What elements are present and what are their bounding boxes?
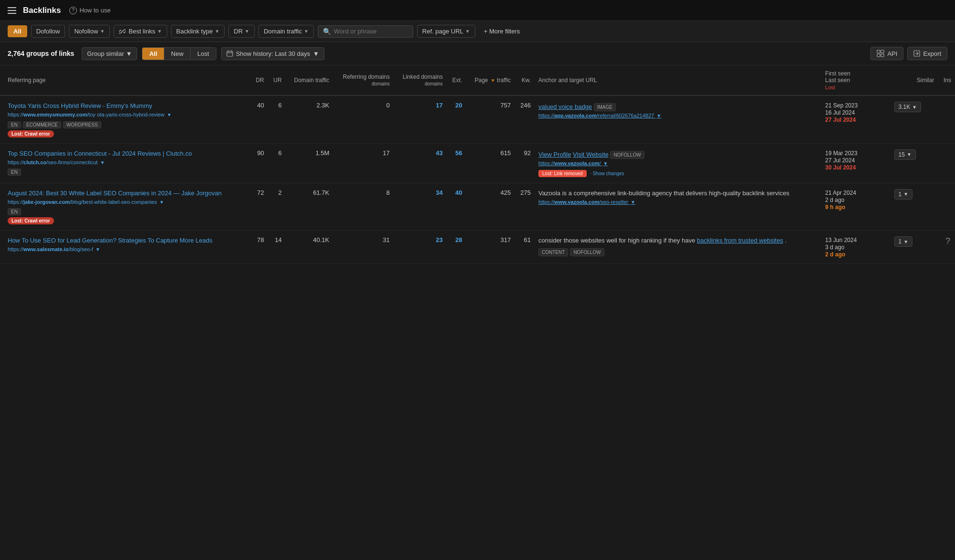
anchor-trusted-link[interactable]: backlinks from trusted websites <box>697 237 783 244</box>
url-dropdown-arrow[interactable]: ▼ <box>160 200 164 205</box>
chevron-down-icon: ▼ <box>465 29 470 34</box>
word-phrase-search[interactable]: 🔍 <box>318 25 413 38</box>
page-tag: ECOMMERCE <box>23 121 61 128</box>
tab-all[interactable]: All <box>142 48 164 60</box>
col-kw[interactable]: Kw. <box>515 65 535 95</box>
col-page-traffic[interactable]: Page ▼ traffic <box>466 65 515 95</box>
cell-linked-domains: 43 <box>394 143 447 183</box>
cell-dr: 72 <box>250 183 268 231</box>
anchor-text-link[interactable]: valued voice badge <box>538 103 592 110</box>
anchor-url-dropdown[interactable]: ▼ <box>603 161 608 166</box>
cell-kw: 246 <box>515 95 535 143</box>
anchor-url-dropdown[interactable]: ▼ <box>631 200 635 205</box>
page-url: https://www.emmysmummy.com/toy ota-yaris… <box>8 111 247 118</box>
filter-dr-button[interactable]: DR ▼ <box>228 25 255 38</box>
top-nav: Backlinks ? How to use <box>0 0 955 21</box>
similar-badge-button[interactable]: 1 ▼ <box>894 236 913 247</box>
group-similar-button[interactable]: Group similar ▼ <box>82 47 137 60</box>
page-title-link[interactable]: August 2024: Best 30 White Label SEO Com… <box>8 189 247 198</box>
page-title-link[interactable]: How To Use SEO for Lead Generation? Stra… <box>8 236 247 245</box>
anchor-badge-image: IMAGE <box>594 103 616 111</box>
url-dropdown-arrow[interactable]: ▼ <box>100 160 105 165</box>
chevron-down-icon: ▼ <box>907 152 912 157</box>
filter-domain-traffic-button[interactable]: Domain traffic ▼ <box>258 25 314 38</box>
cell-page-traffic: 425 <box>466 183 515 231</box>
date-first-seen: 19 Mar 2023 <box>825 150 857 157</box>
chevron-down-icon: ▼ <box>313 50 319 57</box>
show-history-button[interactable]: Show history: Last 30 days ▼ <box>221 47 324 60</box>
toolbar-right: API Export <box>870 47 947 60</box>
filter-backlink-type-button[interactable]: Backlink type ▼ <box>171 25 225 38</box>
toolbar: 2,764 groups of links Group similar ▼ Al… <box>0 42 955 65</box>
page-tag: EN <box>8 169 21 176</box>
anchor-text-static: consider those websites well for high ra… <box>538 237 787 244</box>
chevron-down-icon: ▼ <box>100 29 105 34</box>
anchor-text-static: View Profile Visit Website <box>538 151 610 158</box>
date-recent: 2 d ago <box>825 251 845 258</box>
filter-dofollow-button[interactable]: Dofollow <box>31 25 65 38</box>
filter-all-button[interactable]: All <box>8 25 27 37</box>
cell-dates: 19 Mar 2023 27 Jul 2024 30 Jul 2024 <box>821 143 890 183</box>
cell-dates: 13 Jun 2024 3 d ago 2 d ago <box>821 231 890 264</box>
api-button[interactable]: API <box>870 47 903 60</box>
page-title-link[interactable]: Toyota Yaris Cross Hybrid Review - Emmy'… <box>8 102 247 110</box>
url-dropdown-arrow[interactable]: ▼ <box>96 247 100 252</box>
cell-referring-page: Toyota Yaris Cross Hybrid Review - Emmy'… <box>0 95 250 143</box>
cell-linked-domains: 17 <box>394 95 447 143</box>
anchor-view-profile[interactable]: View Profile <box>538 151 571 158</box>
cell-page-traffic: 317 <box>466 231 515 264</box>
filter-nofollow-button[interactable]: Nofollow ▼ <box>69 25 110 38</box>
cell-dr: 78 <box>250 231 268 264</box>
anchor-url-link[interactable]: https://app.vazoola.com/referral/602676a… <box>538 113 817 118</box>
page-tag: EN <box>8 121 21 128</box>
page-title-link[interactable]: Top SEO Companies in Connecticut - Jul 2… <box>8 149 247 158</box>
tab-lost[interactable]: Lost <box>191 48 216 60</box>
cell-similar: 1 ▼ <box>891 183 938 231</box>
col-referring-page[interactable]: Referring page <box>0 65 250 95</box>
page-tag: WORDPRESS <box>63 121 101 128</box>
export-button[interactable]: Export <box>907 47 947 60</box>
similar-badge-button[interactable]: 15 ▼ <box>894 149 916 160</box>
cell-referring-domains: 31 <box>333 231 394 264</box>
how-to-use-link[interactable]: ? How to use <box>69 7 110 14</box>
groups-count: 2,764 groups of links <box>8 50 74 57</box>
col-domain-traffic[interactable]: Domain traffic <box>286 65 333 95</box>
date-last-seen: 27 Jul 2024 <box>825 157 855 164</box>
similar-badge-button[interactable]: 1 ▼ <box>894 189 913 200</box>
question-circle-icon: ? <box>69 7 77 14</box>
cell-similar: 15 ▼ <box>891 143 938 183</box>
filter-bar: All Dofollow Nofollow ▼ Best links ▼ Bac… <box>0 21 955 42</box>
page-url: https://www.salesmate.io/blog/seo-f ▼ <box>8 246 247 253</box>
more-filters-button[interactable]: + More filters <box>479 25 525 37</box>
word-phrase-input[interactable] <box>334 28 406 35</box>
url-dropdown-arrow[interactable]: ▼ <box>167 112 172 117</box>
cell-kw: 275 <box>515 183 535 231</box>
search-icon: 🔍 <box>323 28 331 35</box>
filter-ref-page-url-button[interactable]: Ref. page URL ▼ <box>417 25 475 38</box>
filter-best-links-button[interactable]: Best links ▼ <box>114 25 167 38</box>
chevron-down-icon: ▼ <box>903 239 908 244</box>
date-lost: 30 Jul 2024 <box>825 164 856 171</box>
tab-new[interactable]: New <box>164 48 191 60</box>
hamburger-menu[interactable] <box>8 7 16 14</box>
show-changes-link[interactable]: · Show changes <box>590 171 624 176</box>
cell-referring-page: Top SEO Companies in Connecticut - Jul 2… <box>0 143 250 183</box>
chevron-down-icon: ▼ <box>126 50 132 57</box>
anchor-url-link[interactable]: https://www.vazoola.com/seo-reseller ▼ <box>538 199 817 205</box>
svg-rect-1 <box>227 51 233 56</box>
cell-anchor: Vazoola is a comprehensive link-building… <box>535 183 821 231</box>
col-dr[interactable]: DR <box>250 65 268 95</box>
anchor-url-link[interactable]: https://www.vazoola.com/ ▼ <box>538 160 817 166</box>
col-linked-domains[interactable]: Linked domainsdomains <box>394 65 447 95</box>
lost-link-removed-badge: Lost: Link removed <box>538 170 587 177</box>
anchor-visit-website[interactable]: Visit Website <box>573 151 609 158</box>
col-ur[interactable]: UR <box>268 65 286 95</box>
col-ext[interactable]: Ext. <box>447 65 466 95</box>
col-referring-domains[interactable]: Referring domainsdomains <box>333 65 394 95</box>
cell-referring-domains: 0 <box>333 95 394 143</box>
svg-rect-6 <box>881 50 884 53</box>
chevron-down-icon: ▼ <box>245 29 249 34</box>
similar-badge-button[interactable]: 3.1K ▼ <box>894 102 922 112</box>
cell-anchor: valued voice badge IMAGE https://app.vaz… <box>535 95 821 143</box>
anchor-url-dropdown[interactable]: ▼ <box>656 113 661 118</box>
